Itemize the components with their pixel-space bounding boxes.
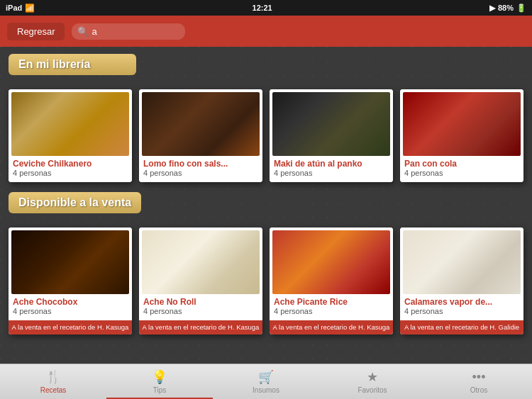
- recipe-card-lomo[interactable]: Lomo fino con sals...4 personas: [139, 89, 262, 182]
- recipe-card-chocobox[interactable]: Ache Chocobox4 personasA la venta en el …: [9, 227, 132, 335]
- recipe-image-calamares: [403, 230, 521, 294]
- section-title-venta: Disponible a la venta: [18, 196, 131, 208]
- status-left: iPad 📶: [6, 4, 35, 13]
- recipe-card-maki[interactable]: Maki de atún al panko4 personas: [270, 89, 393, 182]
- tab-bar: 🍴Recetas💡Tips🛒Insumos★Favoritos•••Otros: [0, 364, 532, 399]
- recipe-persons-calamares: 4 personas: [403, 307, 521, 317]
- tab-label-recetas: Recetas: [40, 386, 67, 394]
- tab-item-tips[interactable]: 💡Tips: [106, 364, 213, 399]
- search-input[interactable]: [72, 23, 185, 40]
- recipe-image-picante: [272, 230, 390, 294]
- tab-icon-favoritos: ★: [367, 369, 378, 385]
- recipe-persons-ceviche: 4 personas: [11, 169, 129, 179]
- recipe-title-picante: Ache Picante Rice: [272, 297, 390, 307]
- tab-icon-recetas: 🍴: [45, 369, 61, 385]
- recipe-image-noroll: [142, 230, 260, 294]
- tab-item-recetas[interactable]: 🍴Recetas: [0, 364, 106, 399]
- recipe-persons-chocobox: 4 personas: [11, 307, 129, 317]
- tab-item-insumos[interactable]: 🛒Insumos: [213, 364, 319, 399]
- nav-bar: Regresar 🔍: [0, 16, 532, 47]
- tab-label-insumos: Insumos: [253, 386, 279, 394]
- battery-icon: 🔋: [516, 4, 526, 13]
- recipe-persons-lomo: 4 personas: [142, 169, 260, 179]
- recipe-image-pan: [403, 92, 521, 156]
- recipe-card-picante[interactable]: Ache Picante Rice4 personasA la venta en…: [270, 227, 393, 335]
- recipe-persons-maki: 4 personas: [272, 169, 390, 179]
- recipe-title-maki: Maki de atún al panko: [272, 159, 390, 169]
- status-right: ▶ 88% 🔋: [489, 4, 526, 13]
- recipe-card-pan[interactable]: Pan con cola4 personas: [400, 89, 523, 182]
- tab-label-tips: Tips: [153, 386, 167, 394]
- recipe-card-calamares[interactable]: Calamares vapor de...4 personasA la vent…: [400, 227, 523, 335]
- tab-icon-tips: 💡: [152, 369, 167, 385]
- sale-banner-calamares: A la venta en el recetario de H. Galidie: [400, 320, 523, 335]
- recipe-image-ceviche: [11, 92, 129, 156]
- tab-icon-insumos: 🛒: [258, 369, 274, 385]
- status-time: 12:21: [253, 4, 272, 12]
- recipe-card-noroll[interactable]: Ache No Roll4 personasA la venta en el r…: [139, 227, 262, 335]
- section-title-libreria: En mi librería: [18, 58, 90, 70]
- search-wrapper: 🔍: [72, 23, 185, 40]
- wifi-icon: 📶: [25, 4, 35, 13]
- tab-label-favoritos: Favoritos: [358, 386, 387, 394]
- recipe-title-calamares: Calamares vapor de...: [403, 297, 521, 307]
- recipe-image-maki: [272, 92, 390, 156]
- tab-item-otros[interactable]: •••Otros: [426, 364, 532, 399]
- recipe-image-lomo: [142, 92, 260, 156]
- recipe-title-chocobox: Ache Chocobox: [11, 297, 129, 307]
- tab-item-favoritos[interactable]: ★Favoritos: [319, 364, 426, 399]
- sale-banner-noroll: A la venta en el recetario de H. Kasuga: [139, 320, 262, 335]
- back-button[interactable]: Regresar: [7, 23, 65, 40]
- recipe-title-lomo: Lomo fino con sals...: [142, 159, 260, 169]
- recipe-persons-picante: 4 personas: [272, 307, 390, 317]
- recipe-grid-libreria: Ceviche Chilkanero4 personasLomo fino co…: [9, 89, 523, 182]
- recipe-card-ceviche[interactable]: Ceviche Chilkanero4 personas: [9, 89, 132, 182]
- recipe-image-chocobox: [11, 230, 129, 294]
- section-header-venta: Disponible a la venta: [9, 192, 523, 220]
- main-content: En mi libreríaCeviche Chilkanero4 person…: [0, 47, 532, 364]
- section-header-libreria: En mi librería: [9, 54, 523, 82]
- sale-banner-chocobox: A la venta en el recetario de H. Kasuga: [9, 320, 132, 335]
- recipe-title-pan: Pan con cola: [403, 159, 521, 169]
- play-icon: ▶: [489, 4, 495, 13]
- tab-icon-otros: •••: [472, 370, 486, 385]
- battery-label: 88%: [498, 4, 514, 12]
- recipe-title-ceviche: Ceviche Chilkanero: [11, 159, 129, 169]
- recipe-title-noroll: Ache No Roll: [142, 297, 260, 307]
- sale-banner-picante: A la venta en el recetario de H. Kasuga: [270, 320, 393, 335]
- tab-label-otros: Otros: [470, 386, 487, 394]
- recipe-grid-venta: Ache Chocobox4 personasA la venta en el …: [9, 227, 523, 335]
- recipe-persons-noroll: 4 personas: [142, 307, 260, 317]
- status-bar: iPad 📶 12:21 ▶ 88% 🔋: [0, 0, 532, 16]
- recipe-persons-pan: 4 personas: [403, 169, 521, 179]
- carrier-label: iPad: [6, 4, 22, 12]
